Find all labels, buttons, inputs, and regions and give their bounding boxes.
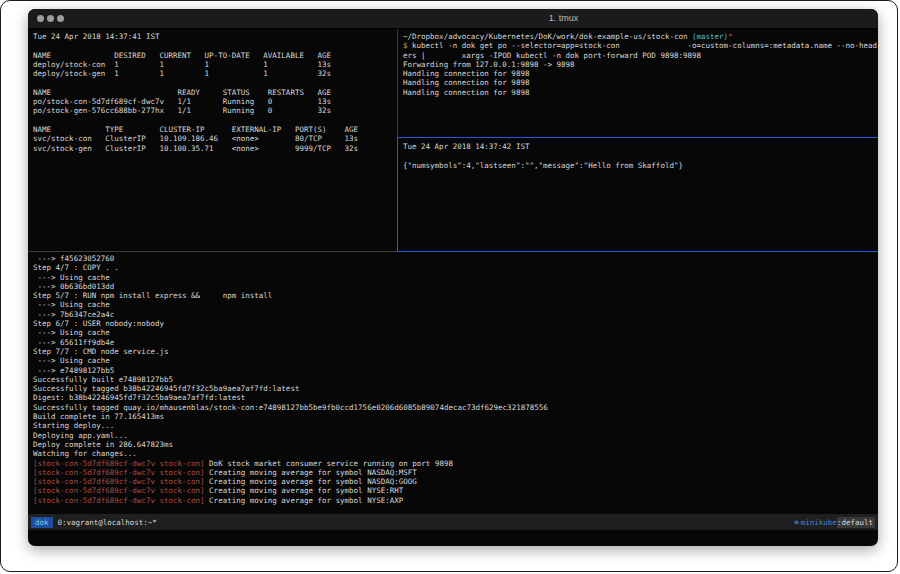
terminal-line: svc/stock-con ClusterIP 10.109.186.46 <n… — [33, 134, 396, 143]
pane-border-vertical-top — [397, 29, 398, 137]
terminal-line — [33, 78, 396, 87]
traffic-light-buttons — [37, 15, 64, 22]
terminal-line: [stock-con-5d7df689cf-dwc7v stock-con] C… — [33, 477, 876, 486]
terminal-text-segment: [stock-con-5d7df689cf-dwc7v stock-con] — [33, 477, 205, 486]
terminal-line: po/stock-gen-576cc688bb-277hx 1/1 Runnin… — [33, 106, 396, 115]
terminal-text-segment: Forwarding from 127.0.0.1:9898 -> 9898 — [403, 60, 575, 69]
terminal-line: Tue 24 Apr 2018 14:37:42 IST — [403, 142, 877, 151]
kube-namespace-label: :default — [837, 517, 875, 528]
terminal-text-segment: Step 5/7 : RUN npm install express && np… — [33, 291, 272, 300]
terminal-text-segment: Handling connection for 9898 — [403, 88, 529, 97]
terminal-line: Step 7/7 : CMD node service.js — [33, 347, 876, 356]
terminal-text-segment: ers | xargs -IPOD kubectl -n dok port-fo… — [403, 51, 701, 60]
terminal-window: 1. tmux Tue 24 Apr 2018 14:37:41 IST NAM… — [28, 9, 878, 546]
terminal-line: Handling connection for 9898 — [403, 78, 877, 87]
terminal-text-segment: deploy/stock-gen 1 1 1 1 32s — [33, 69, 331, 78]
terminal-line: [stock-con-5d7df689cf-dwc7v stock-con] C… — [33, 486, 876, 495]
zoom-button[interactable] — [57, 15, 64, 22]
terminal-text-segment: Build complete in 77.165413ms — [33, 412, 164, 421]
terminal-text-segment: [stock-con-5d7df689cf-dwc7v stock-con] — [33, 468, 205, 477]
terminal-line: ~/Dropbox/advocacy/Kubernetes/DoK/work/d… — [403, 32, 877, 41]
terminal-line: ---> Using cache — [33, 356, 876, 365]
terminal-text-segment: ---> 0b636bd013dd — [33, 282, 114, 291]
terminal-text-segment: po/stock-con-5d7df689cf-dwc7v 1/1 Runnin… — [33, 97, 331, 106]
terminal-text-segment: kubectl -n dok get po --selector=app=sto… — [408, 41, 877, 50]
terminal-text-segment: DoK stock market consumer service runnin… — [205, 459, 453, 468]
terminal-text-segment: [stock-con-5d7df689cf-dwc7v stock-con] — [33, 486, 205, 495]
terminal-line: Starting deploy... — [33, 421, 876, 430]
terminal-line: {"numsymbols":4,"lastseen":"","message":… — [403, 161, 877, 170]
pane-port-forward[interactable]: ~/Dropbox/advocacy/Kubernetes/DoK/work/d… — [399, 30, 877, 136]
terminal-line: NAME TYPE CLUSTER-IP EXTERNAL-IP PORT(S)… — [33, 125, 396, 134]
terminal-text-segment: Deploy complete in 286.647823ms — [33, 440, 173, 449]
terminal-text-segment: Digest: b38b42246945fd7f32c5ba9aea7af7fd… — [33, 393, 245, 402]
terminal-line: Successfully built e74898127bb5 — [33, 375, 876, 384]
minimize-button[interactable] — [47, 15, 54, 22]
terminal-line: Step 5/7 : RUN npm install express && np… — [33, 291, 876, 300]
terminal-text-segment: Handling connection for 9898 — [403, 78, 529, 87]
terminal-line: $ kubectl -n dok get po --selector=app=s… — [403, 41, 877, 50]
terminal-line: Handling connection for 9898 — [403, 88, 877, 97]
terminal-text-segment: [stock-con-5d7df689cf-dwc7v stock-con] — [33, 459, 205, 468]
terminal-text-segment: Step 7/7 : CMD node service.js — [33, 347, 168, 356]
terminal-line: [stock-con-5d7df689cf-dwc7v stock-con] C… — [33, 468, 876, 477]
terminal-text-segment: Successfully built e74898127bb5 — [33, 375, 173, 384]
terminal-text-segment: {"numsymbols":4,"lastseen":"","message":… — [403, 161, 683, 170]
terminal-text-segment: ---> Using cache — [33, 300, 110, 309]
terminal-text-segment: ---> Using cache — [33, 273, 110, 282]
terminal-line: Build complete in 77.165413ms — [33, 412, 876, 421]
terminal-line: ---> e74898127bb5 — [33, 366, 876, 375]
screenshot-frame: 1. tmux Tue 24 Apr 2018 14:37:41 IST NAM… — [0, 0, 898, 572]
status-right: ☸ minikube :default — [794, 517, 875, 528]
window-list-item[interactable]: 0:vagrant@localhost:~* — [58, 518, 157, 527]
tmux-status-bar: dok 0:vagrant@localhost:~* ☸ minikube :d… — [28, 514, 878, 530]
terminal-text-segment: ---> e74898127bb5 — [33, 366, 114, 375]
terminal-text-segment: Watching for changes... — [33, 449, 137, 458]
pane-border-main-right — [397, 251, 878, 252]
close-button[interactable] — [37, 15, 44, 22]
terminal-text-segment: Creating moving average for symbol NASDA… — [205, 468, 417, 477]
terminal-line: ---> Using cache — [33, 300, 876, 309]
pane-border-right-split — [398, 137, 878, 138]
terminal-text-segment: NAME TYPE CLUSTER-IP EXTERNAL-IP PORT(S)… — [33, 125, 358, 134]
window-titlebar[interactable]: 1. tmux — [28, 9, 878, 29]
terminal-text-segment: ---> 7b6347ce2a4c — [33, 310, 114, 319]
terminal-text-segment: (master) — [692, 32, 728, 41]
terminal-text-segment: Successfully tagged quay.io/mhausenblas/… — [33, 403, 548, 412]
kube-context-label: minikube — [801, 518, 837, 527]
terminal-text-segment: [stock-con-5d7df689cf-dwc7v stock-con] — [33, 496, 205, 505]
terminal-line: Handling connection for 9898 — [403, 69, 877, 78]
window-title: 1. tmux — [549, 13, 579, 23]
terminal-line: ---> Using cache — [33, 273, 876, 282]
pane-skaffold-dev[interactable]: ---> f45623052760Step 4/7 : COPY . . ---… — [30, 252, 876, 513]
pane-curl-output[interactable]: Tue 24 Apr 2018 14:37:42 IST {"numsymbol… — [399, 138, 877, 250]
terminal-line: Successfully tagged b38b42246945fd7f32c5… — [33, 384, 876, 393]
terminal-text-segment: Step 6/7 : USER nobody:nobody — [33, 319, 164, 328]
pane-border-main-left — [28, 251, 397, 252]
terminal-line: po/stock-con-5d7df689cf-dwc7v 1/1 Runnin… — [33, 97, 396, 106]
terminal-line: Step 4/7 : COPY . . — [33, 263, 876, 272]
terminal-line: Successfully tagged quay.io/mhausenblas/… — [33, 403, 876, 412]
terminal-line: Deploy complete in 286.647823ms — [33, 440, 876, 449]
session-name-badge[interactable]: dok — [31, 517, 53, 528]
terminal-text-segment: NAME READY STATUS RESTARTS AGE — [33, 88, 331, 97]
terminal-text-segment: Creating moving average for symbol NYSE:… — [205, 486, 404, 495]
terminal-text-segment: deploy/stock-con 1 1 1 1 13s — [33, 60, 331, 69]
terminal-text-segment: Successfully tagged b38b42246945fd7f32c5… — [33, 384, 299, 393]
terminal-line: svc/stock-gen ClusterIP 10.100.35.71 <no… — [33, 144, 396, 153]
terminal-line: ---> 65611ff9db4e — [33, 338, 876, 347]
terminal-text-segment: svc/stock-con ClusterIP 10.109.186.46 <n… — [33, 134, 358, 143]
terminal-line: deploy/stock-con 1 1 1 1 13s — [33, 60, 396, 69]
terminal-text-segment: Handling connection for 9898 — [403, 69, 529, 78]
terminal-line: NAME READY STATUS RESTARTS AGE — [33, 88, 396, 97]
pane-border-vertical-bottom — [397, 137, 398, 252]
terminal-text-segment: svc/stock-gen ClusterIP 10.100.35.71 <no… — [33, 144, 358, 153]
terminal-line — [33, 116, 396, 125]
terminal-line: Tue 24 Apr 2018 14:37:41 IST — [33, 32, 396, 41]
pane-kubectl-watch[interactable]: Tue 24 Apr 2018 14:37:41 IST NAME DESIRE… — [30, 30, 396, 250]
terminal-text-segment: Starting deploy... — [33, 421, 114, 430]
kubernetes-helm-icon: ☸ — [794, 518, 799, 527]
terminal-text-segment: Creating moving average for symbol NYSE:… — [205, 496, 404, 505]
terminal-text-segment: ---> 65611ff9db4e — [33, 338, 114, 347]
terminal-line: ---> f45623052760 — [33, 254, 876, 263]
